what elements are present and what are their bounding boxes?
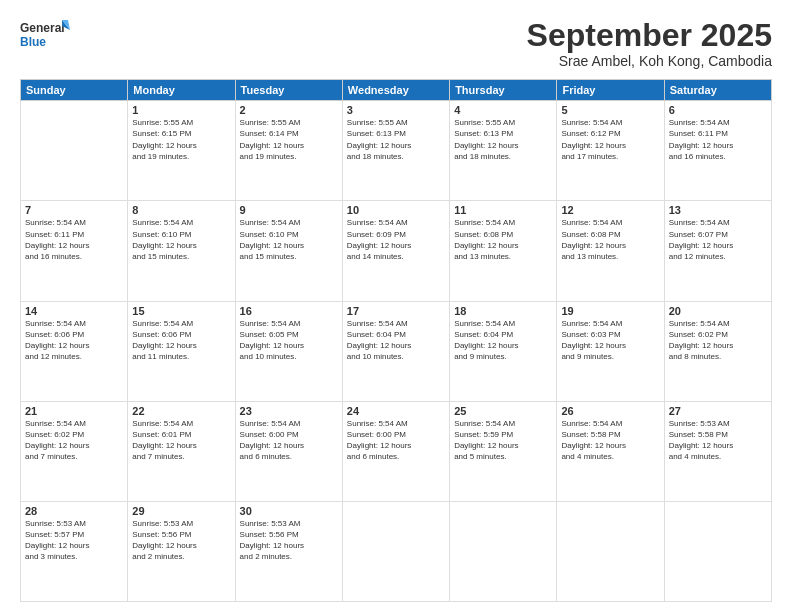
day-info: Sunrise: 5:54 AM Sunset: 6:04 PM Dayligh…: [454, 318, 552, 363]
title-block: September 2025 Srae Ambel, Koh Kong, Cam…: [527, 18, 772, 69]
day-number: 12: [561, 204, 659, 216]
day-number: 24: [347, 405, 445, 417]
calendar-cell: 1Sunrise: 5:55 AM Sunset: 6:15 PM Daylig…: [128, 101, 235, 201]
calendar-cell: 9Sunrise: 5:54 AM Sunset: 6:10 PM Daylig…: [235, 201, 342, 301]
calendar-cell: 15Sunrise: 5:54 AM Sunset: 6:06 PM Dayli…: [128, 301, 235, 401]
calendar-cell: 16Sunrise: 5:54 AM Sunset: 6:05 PM Dayli…: [235, 301, 342, 401]
day-info: Sunrise: 5:54 AM Sunset: 6:05 PM Dayligh…: [240, 318, 338, 363]
day-info: Sunrise: 5:54 AM Sunset: 6:06 PM Dayligh…: [132, 318, 230, 363]
calendar-cell: 12Sunrise: 5:54 AM Sunset: 6:08 PM Dayli…: [557, 201, 664, 301]
logo-svg: General Blue: [20, 18, 70, 56]
calendar-cell: 22Sunrise: 5:54 AM Sunset: 6:01 PM Dayli…: [128, 401, 235, 501]
calendar-cell: 8Sunrise: 5:54 AM Sunset: 6:10 PM Daylig…: [128, 201, 235, 301]
calendar-cell: [342, 501, 449, 601]
day-info: Sunrise: 5:55 AM Sunset: 6:13 PM Dayligh…: [347, 117, 445, 162]
calendar-table: SundayMondayTuesdayWednesdayThursdayFrid…: [20, 79, 772, 602]
calendar-cell: [21, 101, 128, 201]
day-number: 28: [25, 505, 123, 517]
svg-text:General: General: [20, 21, 65, 35]
weekday-header-sunday: Sunday: [21, 80, 128, 101]
day-info: Sunrise: 5:54 AM Sunset: 6:02 PM Dayligh…: [669, 318, 767, 363]
day-number: 7: [25, 204, 123, 216]
day-info: Sunrise: 5:54 AM Sunset: 6:11 PM Dayligh…: [25, 217, 123, 262]
calendar-week-4: 21Sunrise: 5:54 AM Sunset: 6:02 PM Dayli…: [21, 401, 772, 501]
weekday-header-monday: Monday: [128, 80, 235, 101]
day-number: 9: [240, 204, 338, 216]
calendar-cell: 20Sunrise: 5:54 AM Sunset: 6:02 PM Dayli…: [664, 301, 771, 401]
day-info: Sunrise: 5:53 AM Sunset: 5:57 PM Dayligh…: [25, 518, 123, 563]
page: General Blue September 2025 Srae Ambel, …: [0, 0, 792, 612]
calendar-cell: 6Sunrise: 5:54 AM Sunset: 6:11 PM Daylig…: [664, 101, 771, 201]
day-info: Sunrise: 5:54 AM Sunset: 6:10 PM Dayligh…: [132, 217, 230, 262]
day-number: 25: [454, 405, 552, 417]
calendar-cell: 3Sunrise: 5:55 AM Sunset: 6:13 PM Daylig…: [342, 101, 449, 201]
day-info: Sunrise: 5:54 AM Sunset: 6:00 PM Dayligh…: [240, 418, 338, 463]
calendar-cell: 10Sunrise: 5:54 AM Sunset: 6:09 PM Dayli…: [342, 201, 449, 301]
day-number: 21: [25, 405, 123, 417]
day-number: 2: [240, 104, 338, 116]
day-info: Sunrise: 5:54 AM Sunset: 6:02 PM Dayligh…: [25, 418, 123, 463]
day-info: Sunrise: 5:54 AM Sunset: 6:01 PM Dayligh…: [132, 418, 230, 463]
day-number: 14: [25, 305, 123, 317]
weekday-header-tuesday: Tuesday: [235, 80, 342, 101]
day-number: 4: [454, 104, 552, 116]
calendar-cell: 14Sunrise: 5:54 AM Sunset: 6:06 PM Dayli…: [21, 301, 128, 401]
day-number: 26: [561, 405, 659, 417]
calendar-cell: 24Sunrise: 5:54 AM Sunset: 6:00 PM Dayli…: [342, 401, 449, 501]
svg-text:Blue: Blue: [20, 35, 46, 49]
calendar-cell: 5Sunrise: 5:54 AM Sunset: 6:12 PM Daylig…: [557, 101, 664, 201]
calendar-week-5: 28Sunrise: 5:53 AM Sunset: 5:57 PM Dayli…: [21, 501, 772, 601]
day-number: 20: [669, 305, 767, 317]
day-info: Sunrise: 5:54 AM Sunset: 6:03 PM Dayligh…: [561, 318, 659, 363]
day-number: 13: [669, 204, 767, 216]
day-number: 30: [240, 505, 338, 517]
day-number: 8: [132, 204, 230, 216]
day-info: Sunrise: 5:53 AM Sunset: 5:56 PM Dayligh…: [132, 518, 230, 563]
day-info: Sunrise: 5:54 AM Sunset: 6:04 PM Dayligh…: [347, 318, 445, 363]
location: Srae Ambel, Koh Kong, Cambodia: [527, 53, 772, 69]
calendar-cell: 4Sunrise: 5:55 AM Sunset: 6:13 PM Daylig…: [450, 101, 557, 201]
weekday-header-row: SundayMondayTuesdayWednesdayThursdayFrid…: [21, 80, 772, 101]
day-info: Sunrise: 5:54 AM Sunset: 6:07 PM Dayligh…: [669, 217, 767, 262]
day-info: Sunrise: 5:54 AM Sunset: 6:09 PM Dayligh…: [347, 217, 445, 262]
month-title: September 2025: [527, 18, 772, 53]
calendar-cell: 26Sunrise: 5:54 AM Sunset: 5:58 PM Dayli…: [557, 401, 664, 501]
day-number: 1: [132, 104, 230, 116]
day-number: 11: [454, 204, 552, 216]
weekday-header-wednesday: Wednesday: [342, 80, 449, 101]
day-number: 29: [132, 505, 230, 517]
calendar-cell: 13Sunrise: 5:54 AM Sunset: 6:07 PM Dayli…: [664, 201, 771, 301]
calendar-week-3: 14Sunrise: 5:54 AM Sunset: 6:06 PM Dayli…: [21, 301, 772, 401]
calendar-cell: 25Sunrise: 5:54 AM Sunset: 5:59 PM Dayli…: [450, 401, 557, 501]
header: General Blue September 2025 Srae Ambel, …: [20, 18, 772, 69]
calendar-cell: 2Sunrise: 5:55 AM Sunset: 6:14 PM Daylig…: [235, 101, 342, 201]
day-info: Sunrise: 5:54 AM Sunset: 6:12 PM Dayligh…: [561, 117, 659, 162]
day-number: 27: [669, 405, 767, 417]
weekday-header-friday: Friday: [557, 80, 664, 101]
day-number: 16: [240, 305, 338, 317]
calendar-cell: [557, 501, 664, 601]
day-number: 23: [240, 405, 338, 417]
day-number: 5: [561, 104, 659, 116]
calendar-cell: 11Sunrise: 5:54 AM Sunset: 6:08 PM Dayli…: [450, 201, 557, 301]
day-info: Sunrise: 5:55 AM Sunset: 6:14 PM Dayligh…: [240, 117, 338, 162]
weekday-header-saturday: Saturday: [664, 80, 771, 101]
day-info: Sunrise: 5:53 AM Sunset: 5:58 PM Dayligh…: [669, 418, 767, 463]
day-info: Sunrise: 5:55 AM Sunset: 6:15 PM Dayligh…: [132, 117, 230, 162]
calendar-cell: 30Sunrise: 5:53 AM Sunset: 5:56 PM Dayli…: [235, 501, 342, 601]
calendar-week-1: 1Sunrise: 5:55 AM Sunset: 6:15 PM Daylig…: [21, 101, 772, 201]
calendar-cell: [664, 501, 771, 601]
logo: General Blue: [20, 18, 70, 56]
calendar-cell: 28Sunrise: 5:53 AM Sunset: 5:57 PM Dayli…: [21, 501, 128, 601]
day-info: Sunrise: 5:54 AM Sunset: 6:11 PM Dayligh…: [669, 117, 767, 162]
day-info: Sunrise: 5:54 AM Sunset: 6:10 PM Dayligh…: [240, 217, 338, 262]
day-info: Sunrise: 5:54 AM Sunset: 6:08 PM Dayligh…: [561, 217, 659, 262]
calendar-cell: 29Sunrise: 5:53 AM Sunset: 5:56 PM Dayli…: [128, 501, 235, 601]
day-number: 22: [132, 405, 230, 417]
day-number: 3: [347, 104, 445, 116]
day-number: 15: [132, 305, 230, 317]
day-number: 17: [347, 305, 445, 317]
day-info: Sunrise: 5:54 AM Sunset: 5:58 PM Dayligh…: [561, 418, 659, 463]
calendar-cell: 7Sunrise: 5:54 AM Sunset: 6:11 PM Daylig…: [21, 201, 128, 301]
day-info: Sunrise: 5:54 AM Sunset: 6:08 PM Dayligh…: [454, 217, 552, 262]
